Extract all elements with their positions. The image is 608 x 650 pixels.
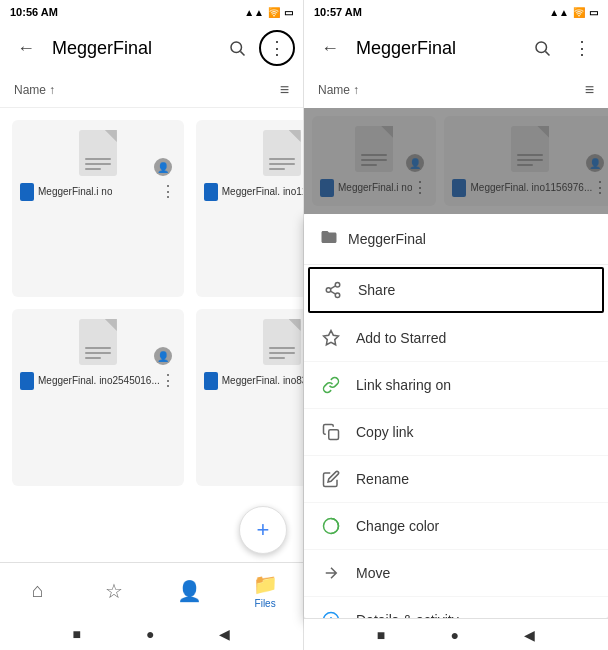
file-icon-area: 👤: [20, 317, 176, 367]
file-bottom: MeggerFinal.i no ⋮: [20, 182, 176, 201]
signal-icon: ▲▲: [549, 7, 569, 18]
left-back-button[interactable]: ←: [8, 30, 44, 66]
menu-item-move-label: Move: [356, 565, 390, 581]
right-back-button[interactable]: ←: [312, 30, 348, 66]
nav-starred[interactable]: ☆: [76, 579, 152, 603]
menu-item-link-label: Link sharing on: [356, 377, 451, 393]
right-menu-button[interactable]: ⋮: [564, 30, 600, 66]
shared-badge: 👤: [154, 158, 172, 176]
right-time: 10:57 AM: [314, 6, 362, 18]
file-doc-icon: [263, 130, 301, 176]
context-menu-folder-header: MeggerFinal: [304, 214, 608, 265]
list-item: 👤 MeggerFinal. ino8387131... ⋮: [196, 309, 303, 486]
file-icon-area: 👤: [20, 128, 176, 178]
file-options-button[interactable]: ⋮: [160, 182, 176, 201]
file-bottom: MeggerFinal. ino2545016... ⋮: [20, 371, 176, 390]
fab-button[interactable]: +: [239, 506, 287, 554]
right-sort-label: Name ↑: [318, 83, 359, 97]
signal-icon: ▲▲: [244, 7, 264, 18]
list-view-icon[interactable]: ≡: [280, 81, 289, 99]
file-options-button[interactable]: ⋮: [412, 178, 428, 197]
file-name: MeggerFinal. ino1156976...: [470, 182, 592, 193]
nav-home[interactable]: ⌂: [0, 579, 76, 602]
nav-files[interactable]: 📁 Files: [227, 572, 303, 609]
shared-badge: 👤: [586, 154, 604, 172]
menu-item-details[interactable]: Details & activity: [304, 597, 608, 618]
left-files-grid: 👤 MeggerFinal.i no ⋮ 👤 Megg: [0, 108, 303, 498]
file-thumbnail: [20, 372, 34, 390]
file-name: MeggerFinal. ino2545016...: [38, 375, 160, 386]
people-icon: 👤: [177, 579, 202, 603]
square-button[interactable]: ■: [73, 626, 81, 642]
list-item: 👤 MeggerFinal. ino1156976... ⋮: [444, 116, 608, 206]
right-folder-title: MeggerFinal: [356, 38, 520, 59]
back-triangle-button[interactable]: ◀: [219, 626, 230, 642]
file-thumbnail: [452, 179, 466, 197]
nav-files-label: Files: [255, 598, 276, 609]
menu-item-link-sharing[interactable]: Link sharing on: [304, 362, 608, 409]
left-panel: 10:56 AM ▲▲ 🛜 ▭ ← MeggerFinal ⋮ Name ↑ ≡: [0, 0, 304, 650]
left-time: 10:56 AM: [10, 6, 58, 18]
svg-point-2: [536, 42, 547, 53]
share-icon: [322, 279, 344, 301]
menu-item-starred[interactable]: Add to Starred: [304, 315, 608, 362]
svg-line-3: [545, 51, 549, 55]
file-name: MeggerFinal.i no: [38, 186, 112, 197]
file-thumbnail: [320, 179, 334, 197]
left-search-button[interactable]: [219, 30, 255, 66]
menu-item-change-color[interactable]: Change color: [304, 503, 608, 550]
star-icon: ☆: [105, 579, 123, 603]
right-back-triangle-button[interactable]: ◀: [524, 627, 535, 643]
folder-icon: [320, 228, 338, 250]
home-icon: ⌂: [32, 579, 44, 602]
file-doc-icon: [355, 126, 393, 172]
details-icon: [320, 609, 342, 618]
svg-rect-10: [329, 430, 339, 440]
menu-item-rename[interactable]: Rename: [304, 456, 608, 503]
shared-badge: 👤: [406, 154, 424, 172]
menu-item-move[interactable]: Move: [304, 550, 608, 597]
svg-marker-9: [324, 331, 339, 345]
file-doc-icon: [79, 319, 117, 365]
right-list-view-icon[interactable]: ≡: [585, 81, 594, 99]
wifi-icon: 🛜: [573, 7, 585, 18]
left-sys-bar: ■ ● ◀: [0, 618, 303, 650]
menu-item-share[interactable]: Share: [308, 267, 604, 313]
context-menu: MeggerFinal Share Add to Starred: [304, 214, 608, 618]
right-circle-button[interactable]: ●: [450, 627, 458, 643]
rename-icon: [320, 468, 342, 490]
right-search-button[interactable]: [524, 30, 560, 66]
nav-shared[interactable]: 👤: [152, 579, 228, 603]
right-sort-arrow-icon: ↑: [353, 83, 359, 97]
fab-area: +: [0, 498, 303, 562]
file-icon-area: 👤: [320, 124, 428, 174]
right-files-grid: 👤 MeggerFinal.i no ⋮ 👤: [304, 108, 608, 214]
right-square-button[interactable]: ■: [377, 627, 385, 643]
svg-point-6: [335, 293, 340, 298]
svg-line-1: [240, 51, 244, 55]
color-icon: [320, 515, 342, 537]
menu-item-copy-link[interactable]: Copy link: [304, 409, 608, 456]
svg-point-4: [335, 283, 340, 288]
file-options-button[interactable]: ⋮: [592, 178, 608, 197]
file-bottom: MeggerFinal. ino1156976... ⋮: [452, 178, 608, 197]
circle-button[interactable]: ●: [146, 626, 154, 642]
svg-line-8: [330, 286, 335, 289]
file-info: MeggerFinal. ino1156976...: [452, 179, 592, 197]
left-status-icons: ▲▲ 🛜 ▭: [244, 7, 293, 18]
right-status-icons: ▲▲ 🛜 ▭: [549, 7, 598, 18]
list-item: 👤 MeggerFinal. ino2545016... ⋮: [12, 309, 184, 486]
shared-badge: 👤: [154, 347, 172, 365]
left-sort-label: Name ↑: [14, 83, 55, 97]
left-menu-button[interactable]: ⋮: [259, 30, 295, 66]
list-item: 👤 MeggerFinal.i no ⋮: [312, 116, 436, 206]
file-thumbnail: [204, 183, 218, 201]
file-options-button[interactable]: ⋮: [160, 371, 176, 390]
file-name: MeggerFinal. ino8387131...: [222, 375, 303, 386]
copy-icon: [320, 421, 342, 443]
right-dimmed-area: 👤 MeggerFinal.i no ⋮ 👤: [304, 108, 608, 214]
menu-item-share-label: Share: [358, 282, 395, 298]
file-doc-icon: [263, 319, 301, 365]
right-status-bar: 10:57 AM ▲▲ 🛜 ▭: [304, 0, 608, 24]
menu-item-rename-label: Rename: [356, 471, 409, 487]
